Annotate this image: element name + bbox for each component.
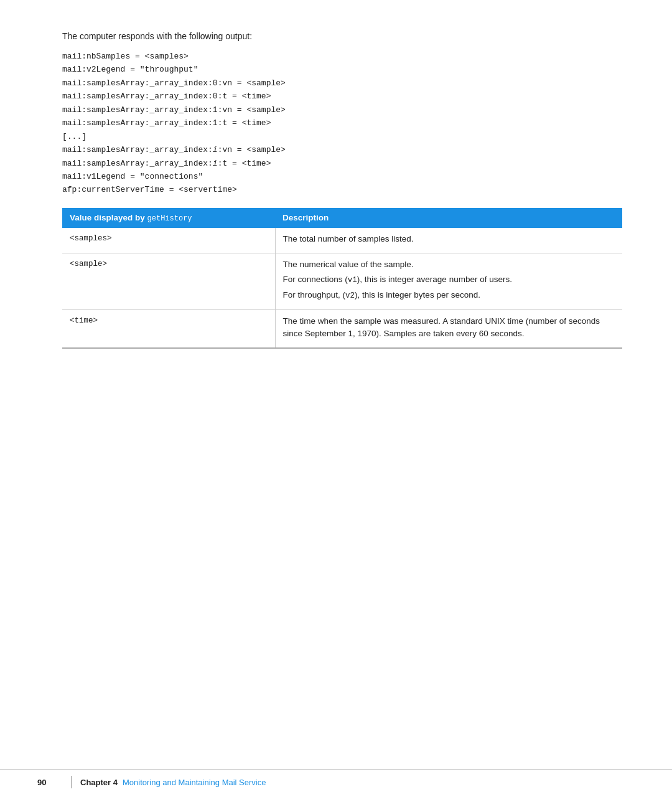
code-line-1: mail:nbSamples = <samples> [62,50,622,63]
table-row: <sample> The numerical value of the samp… [62,253,622,310]
page-container: The computer responds with the following… [0,0,672,807]
table-cell-desc-2: The numerical value of the sample. For c… [275,253,622,310]
code-line-8: mail:samplesArray:_array_index:i:vn = <s… [62,143,622,156]
code-line-3: mail:samplesArray:_array_index:0:vn = <s… [62,77,622,90]
inline-code-v1: v1 [348,276,357,285]
code-line-6: mail:samplesArray:_array_index:1:t = <ti… [62,116,622,130]
page-number: 90 [37,778,62,787]
table-header-col1: Value displayed by getHistory [62,208,275,228]
intro-text: The computer responds with the following… [62,31,622,41]
page-footer: 90 Chapter 4 Monitoring and Maintaining … [0,769,672,788]
col1-label: Value displayed by [70,213,147,222]
footer-chapter-title: Monitoring and Maintaining Mail Service [123,778,266,787]
footer-divider [71,776,72,788]
desc-p-2-2: For connections (v1), this is integer av… [283,273,615,286]
table-row: <time> The time when the sample was meas… [62,309,622,348]
table-row: <samples> The total number of samples li… [62,228,622,253]
table-header-col2: Description [275,208,622,228]
desc-p-1-1: The total number of samples listed. [283,233,615,245]
code-line-5: mail:samplesArray:_array_index:1:vn = <s… [62,103,622,116]
code-line-10: mail:v1Legend = "connections" [62,170,622,183]
table-cell-desc-3: The time when the sample was measured. A… [275,309,622,348]
code-line-9: mail:samplesArray:_array_index:i:t = <ti… [62,157,622,170]
code-line-4: mail:samplesArray:_array_index:0:t = <ti… [62,90,622,103]
footer-chapter-label: Chapter 4 [80,778,118,787]
table-header-row: Value displayed by getHistory Descriptio… [62,208,622,228]
code-line-2: mail:v2Legend = "throughput" [62,63,622,76]
table-cell-value-1: <samples> [62,228,275,253]
table-cell-value-2: <sample> [62,253,275,310]
code-line-7: [...] [62,130,622,143]
desc-p-2-1: The numerical value of the sample. [283,258,615,271]
desc-p-2-3: For throughput, (v2), this is integer by… [283,289,615,302]
code-block: mail:nbSamples = <samples> mail:v2Legend… [62,50,622,197]
col1-mono: getHistory [147,214,192,223]
code-line-11: afp:currentServerTime = <servertime> [62,183,622,196]
data-table: Value displayed by getHistory Descriptio… [62,208,622,349]
table-cell-desc-1: The total number of samples listed. [275,228,622,253]
inline-code-v2: v2 [345,291,355,300]
table-cell-value-3: <time> [62,309,275,348]
desc-p-3-1: The time when the sample was measured. A… [283,315,615,341]
